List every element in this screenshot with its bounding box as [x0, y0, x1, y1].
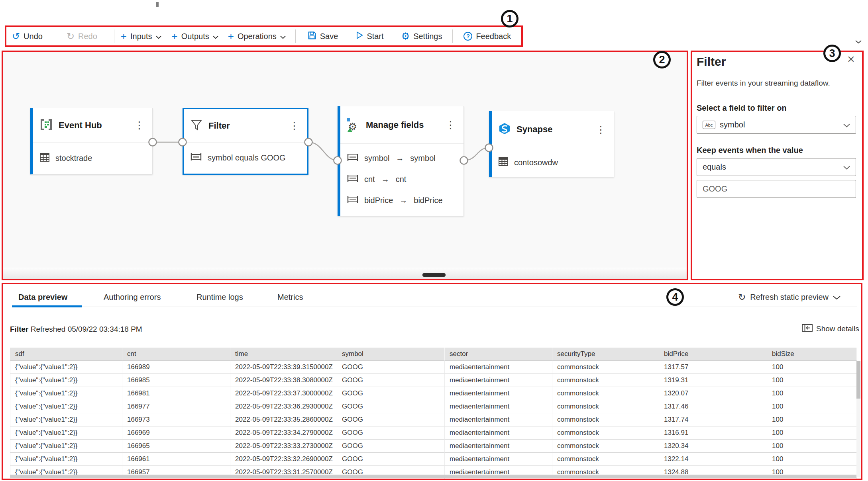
- connector-filter-managefields: [308, 142, 338, 160]
- table-cell: commonstock: [552, 387, 659, 400]
- tab-data-preview[interactable]: Data preview: [18, 289, 67, 305]
- field-icon: [347, 196, 359, 205]
- table-cell: 166969: [122, 426, 230, 440]
- connector-managefields-synapse: [464, 148, 489, 160]
- operator-label: Keep events when the value: [697, 146, 803, 155]
- panel-resize-handle[interactable]: [422, 273, 446, 277]
- chevron-down-icon: [156, 32, 161, 41]
- dataflow-canvas[interactable]: Event Hub ⋮ stocktrade: [2, 51, 688, 280]
- table-cell: 2022-05-09T22:33:33.2730000Z: [230, 440, 337, 453]
- arrow-right-icon: →: [395, 154, 405, 163]
- plus-icon: +: [121, 31, 127, 41]
- refresh-icon: ↻: [738, 293, 746, 302]
- table-cell: 2022-05-09T22:33:32.2690000Z: [230, 453, 337, 466]
- streaming-dataflow-app: ↺ Undo ↻ Redo + Inputs + Outputs + Opera…: [0, 0, 868, 481]
- manage-fields-icon: ⚙: [347, 118, 360, 132]
- node-synapse[interactable]: Synapse ⋮ contosowdw: [489, 111, 614, 177]
- table-cell: 1317.57: [659, 361, 767, 374]
- save-button[interactable]: Save: [308, 31, 338, 42]
- vertical-scrollbar-thumb[interactable]: [856, 361, 860, 399]
- column-header[interactable]: sector: [445, 348, 552, 361]
- field-source: cnt: [364, 175, 375, 184]
- table-cell: commonstock: [552, 453, 659, 466]
- table-cell: 1322.14: [659, 453, 767, 466]
- outputs-label: Outputs: [181, 32, 209, 41]
- table-cell: 1317.74: [659, 413, 767, 426]
- operator-dropdown[interactable]: equals: [697, 158, 856, 176]
- column-header[interactable]: bidSize: [767, 348, 857, 361]
- kebab-menu-icon[interactable]: ⋮: [594, 124, 607, 135]
- node-event-hub[interactable]: Event Hub ⋮ stocktrade: [30, 108, 153, 174]
- node-header: Event Hub ⋮: [33, 108, 152, 142]
- table-cell: 166965: [122, 440, 230, 453]
- show-details-button[interactable]: Show details: [802, 324, 859, 334]
- divider: [692, 95, 862, 95]
- preview-status: Filter Refreshed 05/09/22 03:34:18 PM: [10, 325, 142, 334]
- field-source: bidPrice: [364, 196, 393, 205]
- redo-button[interactable]: ↻ Redo: [67, 31, 97, 41]
- table-cell: GOOG: [337, 440, 445, 453]
- close-icon[interactable]: ×: [847, 52, 855, 66]
- field-icon: [190, 153, 202, 163]
- save-label: Save: [320, 32, 338, 41]
- table-cell: GOOG: [337, 387, 445, 400]
- chevron-down-icon: [280, 32, 286, 41]
- table-cell: mediaentertainment: [445, 413, 552, 426]
- table-cell: 1320.34: [659, 440, 767, 453]
- column-header[interactable]: symbol: [337, 348, 445, 361]
- horizontal-scrollbar[interactable]: [10, 475, 856, 478]
- show-details-label: Show details: [816, 325, 859, 333]
- tab-runtime-logs[interactable]: Runtime logs: [196, 289, 243, 305]
- field-select-value: symbol: [720, 120, 745, 129]
- outputs-dropdown-button[interactable]: + Outputs: [172, 31, 218, 41]
- node-filter[interactable]: Filter ⋮ symbol equals GOOG: [183, 108, 308, 175]
- chevron-down-icon: [833, 293, 841, 302]
- table-cell: GOOG: [337, 374, 445, 387]
- column-header[interactable]: cnt: [122, 348, 230, 361]
- start-button[interactable]: Start: [356, 31, 383, 41]
- feedback-button[interactable]: ? Feedback: [463, 32, 511, 41]
- table-cell: 100: [767, 387, 857, 400]
- field-select-dropdown[interactable]: Abc symbol: [697, 116, 856, 134]
- table-cell: 100: [767, 361, 857, 374]
- node-manage-fields[interactable]: ⚙ Manage fields ⋮ symbol → symbol: [338, 106, 464, 216]
- filter-panel-description: Filter events in your streaming dataflow…: [697, 79, 830, 88]
- table-cell: mediaentertainment: [445, 361, 552, 374]
- field-select-label: Select a field to filter on: [697, 104, 787, 113]
- plus-icon: +: [172, 31, 178, 41]
- column-header[interactable]: securityType: [552, 348, 659, 361]
- event-hub-icon: [39, 118, 53, 133]
- start-label: Start: [367, 32, 383, 41]
- table-cell: commonstock: [552, 374, 659, 387]
- table-cell: 166961: [122, 453, 230, 466]
- annotation-number-1: 1: [501, 10, 518, 27]
- kebab-menu-icon[interactable]: ⋮: [288, 120, 301, 131]
- tab-authoring-errors[interactable]: Authoring errors: [104, 289, 161, 305]
- settings-button[interactable]: ⚙ Settings: [401, 31, 442, 41]
- window-artifact: [156, 2, 159, 7]
- save-icon: [308, 31, 316, 42]
- kebab-menu-icon[interactable]: ⋮: [444, 119, 457, 131]
- column-header[interactable]: bidPrice: [659, 348, 767, 361]
- filter-value-input[interactable]: [697, 180, 856, 198]
- tab-metrics[interactable]: Metrics: [277, 289, 303, 305]
- field-icon: [347, 153, 359, 163]
- table-cell: 2022-05-09T22:33:35.2860000Z: [230, 413, 337, 426]
- node-header: Synapse ⋮: [492, 111, 614, 148]
- kebab-menu-icon[interactable]: ⋮: [133, 119, 146, 131]
- vertical-scrollbar[interactable]: [856, 361, 860, 477]
- undo-button[interactable]: ↺ Undo: [12, 31, 43, 41]
- node-subtitle-row: stocktrade: [33, 143, 152, 174]
- column-header[interactable]: time: [230, 348, 337, 361]
- gear-icon: ⚙: [401, 31, 410, 41]
- operations-dropdown-button[interactable]: + Operations: [228, 31, 286, 41]
- inputs-dropdown-button[interactable]: + Inputs: [121, 31, 161, 41]
- collapse-chevron-icon[interactable]: [855, 38, 862, 45]
- tabs-underline-track: [12, 307, 857, 307]
- table-cell: {"value":{"value1":2}}: [10, 374, 122, 387]
- table-cell: 166977: [122, 400, 230, 413]
- column-header[interactable]: sdf: [10, 348, 122, 361]
- table-cell: {"value":{"value1":2}}: [10, 453, 122, 466]
- annotation-number-4: 4: [666, 288, 684, 306]
- refresh-static-preview-button[interactable]: ↻ Refresh static preview: [738, 289, 841, 305]
